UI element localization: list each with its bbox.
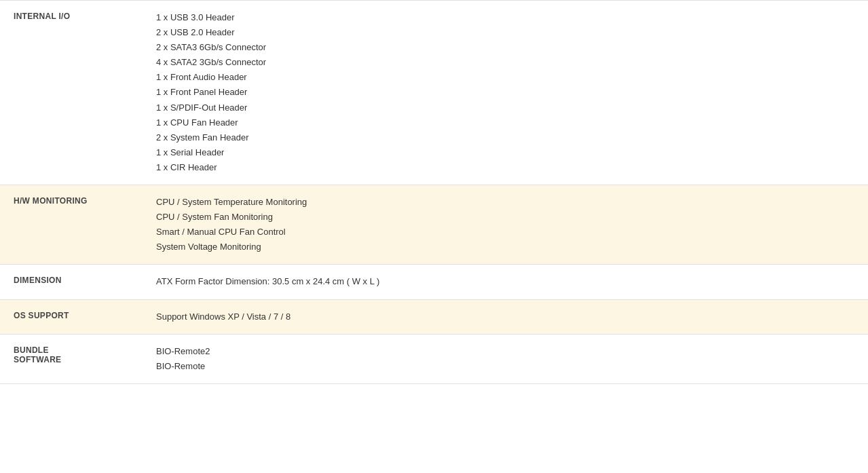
spec-row-internal-io: INTERNAL I/O1 x USB 3.0 Header2 x USB 2.… [0, 1, 868, 185]
spec-row-os-support: OS SUPPORTSupport Windows XP / Vista / 7… [0, 299, 868, 334]
spec-item: 2 x SATA3 6Gb/s Connector [156, 40, 854, 55]
spec-item: Smart / Manual CPU Fan Control [156, 225, 854, 240]
spec-item: CPU / System Temperature Monitoring [156, 195, 854, 210]
spec-label-bundle-software: BUNDLE SOFTWARE [0, 334, 143, 383]
spec-item: BIO-Remote [156, 359, 854, 374]
spec-value-bundle-software: BIO-Remote2BIO-Remote [143, 334, 868, 383]
spec-value-internal-io: 1 x USB 3.0 Header2 x USB 2.0 Header2 x … [143, 1, 868, 185]
spec-item: 1 x Serial Header [156, 145, 854, 160]
spec-value-hw-monitoring: CPU / System Temperature MonitoringCPU /… [143, 185, 868, 265]
spec-item: 1 x CIR Header [156, 160, 854, 175]
spec-row-hw-monitoring: H/W MONITORINGCPU / System Temperature M… [0, 185, 868, 265]
spec-label-hw-monitoring: H/W MONITORING [0, 185, 143, 265]
spec-value-dimension: ATX Form Factor Dimension: 30.5 cm x 24.… [143, 265, 868, 299]
spec-item: 1 x USB 3.0 Header [156, 10, 854, 25]
spec-item: 1 x S/PDIF-Out Header [156, 100, 854, 115]
spec-label-dimension: DIMENSION [0, 265, 143, 299]
spec-item: BIO-Remote2 [156, 344, 854, 359]
spec-row-dimension: DIMENSIONATX Form Factor Dimension: 30.5… [0, 265, 868, 299]
spec-value-os-support: Support Windows XP / Vista / 7 / 8 [143, 299, 868, 334]
spec-item: 2 x System Fan Header [156, 130, 854, 145]
spec-item: 1 x CPU Fan Header [156, 115, 854, 130]
spec-label-internal-io: INTERNAL I/O [0, 1, 143, 185]
spec-item: Support Windows XP / Vista / 7 / 8 [156, 309, 854, 324]
spec-item: 4 x SATA2 3Gb/s Connector [156, 55, 854, 70]
spec-row-bundle-software: BUNDLE SOFTWAREBIO-Remote2BIO-Remote [0, 334, 868, 383]
spec-item: ATX Form Factor Dimension: 30.5 cm x 24.… [156, 274, 854, 289]
spec-item: 1 x Front Panel Header [156, 85, 854, 100]
spec-item: 1 x Front Audio Header [156, 70, 854, 85]
spec-item: System Voltage Monitoring [156, 240, 854, 254]
spec-label-os-support: OS SUPPORT [0, 299, 143, 334]
spec-table: INTERNAL I/O1 x USB 3.0 Header2 x USB 2.… [0, 0, 868, 384]
spec-item: 2 x USB 2.0 Header [156, 25, 854, 40]
spec-item: CPU / System Fan Monitoring [156, 210, 854, 225]
